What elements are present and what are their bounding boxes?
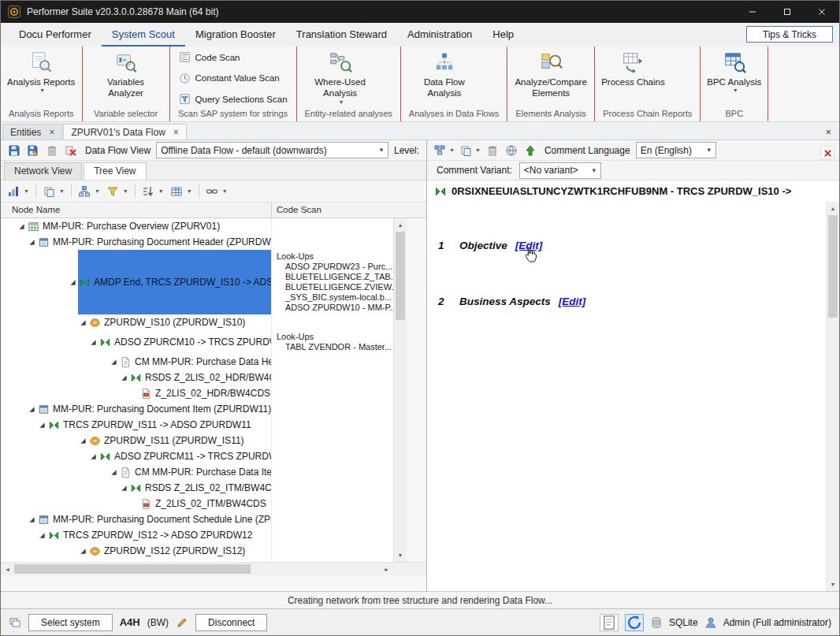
scroll-down-icon[interactable]: ▼ <box>394 549 407 562</box>
twisty-expanded-icon[interactable] <box>78 319 88 326</box>
twisty-expanded-icon[interactable] <box>37 422 47 429</box>
tree-node[interactable]: RSDS Z_2LIS_02_HDR/BW4CDS -> A <box>129 370 271 385</box>
twisty-expanded-icon[interactable] <box>37 532 47 539</box>
tree-node[interactable]: TRCS ZPURDW_IS11 -> ADSO ZPURDW11 <box>47 417 271 433</box>
toolbar-button-save-as[interactable] <box>24 142 42 159</box>
close-button[interactable] <box>805 1 839 23</box>
tree-toolbar-button-filter[interactable]: ▼ <box>104 184 131 199</box>
tree-node[interactable]: ADSO ZPURCM10 -> TRCS ZPURDW_IS10 <box>98 330 271 354</box>
scroll-left-icon[interactable]: ◄ <box>1 563 14 575</box>
ribbon-tab-translation-steward[interactable]: Translation Steward <box>286 23 397 46</box>
twisty-expanded-icon[interactable] <box>17 223 27 230</box>
comment-variant-select[interactable]: <No variant> ▼ <box>519 162 601 179</box>
scrollbar-thumb[interactable] <box>396 232 405 320</box>
ribbon-button-code-scan[interactable]: Code Scan <box>177 50 289 64</box>
tree-node[interactable]: ZPURDW_IS10 (ZPURDW_IS10) <box>88 314 271 330</box>
comment-scrollbar[interactable]: ▲ ▼ <box>826 202 839 591</box>
ribbon-button-analyze-compare-elements[interactable]: Analyze/Compare Elements <box>511 49 590 101</box>
close-tab-icon[interactable]: × <box>49 127 54 138</box>
scrollbar-track[interactable] <box>14 563 380 575</box>
ribbon-button-bpc-analysis[interactable]: BPC Analysis▼ <box>704 49 764 96</box>
tree-toolbar-button-link[interactable]: ▼ <box>203 184 230 199</box>
tree-node[interactable]: Z_2LIS_02_ITM/BW4CDS <box>139 496 271 511</box>
tree-node[interactable]: CM MM-PUR: Purchase Data Header (2LIS <box>119 354 271 370</box>
tree-node[interactable]: MM-PUR: Purchase Overview (ZPURV01) <box>27 218 271 234</box>
sync-button[interactable] <box>625 614 644 631</box>
minimize-button[interactable] <box>735 1 770 23</box>
tree-node[interactable]: MM-PUR: Purchasing Document Header (ZPUR… <box>37 234 271 250</box>
disconnect-button[interactable]: Disconnect <box>195 614 267 631</box>
twisty-expanded-icon[interactable] <box>88 453 98 460</box>
tree-node[interactable]: ADSO ZPURCM11 -> TRCS ZPURDW_IS11 <box>98 448 271 464</box>
ribbon-button-data-flow-analysis[interactable]: Data Flow Analysis <box>405 49 484 101</box>
view-tab-network-view[interactable]: Network View <box>4 162 82 180</box>
twisty-expanded-icon[interactable] <box>109 469 119 476</box>
doc-tab-zpurv01-s-data-flow[interactable]: ZPURV01's Data Flow× <box>63 124 186 139</box>
ribbon-tab-docu-performer[interactable]: Docu Performer <box>9 23 102 46</box>
tree-node[interactable]: Z_2LIS_02_HDR/BW4CDS <box>139 385 271 401</box>
twisty-expanded-icon[interactable] <box>27 406 37 413</box>
tree-toolbar-button-table[interactable]: ▼ <box>168 184 195 199</box>
scrollbar-thumb[interactable] <box>14 564 251 574</box>
tips-and-tricks-button[interactable]: Tips & Tricks <box>746 26 833 43</box>
tree-node[interactable]: CM MM-PUR: Purchase Data Item (2LIS <box>119 464 271 480</box>
ribbon-button-where-used-analysis[interactable]: Where-Used Analysis▼ <box>301 49 380 108</box>
toolbar-button-upload-green[interactable] <box>522 142 539 159</box>
tree-toolbar-button-copy[interactable]: ▼ <box>40 184 67 199</box>
twisty-expanded-icon[interactable] <box>27 516 37 523</box>
maximize-button[interactable] <box>770 1 805 23</box>
scroll-up-icon[interactable]: ▲ <box>394 218 407 232</box>
toolbar-button-diagram-export[interactable]: ▼ <box>432 142 456 159</box>
twisty-expanded-icon[interactable] <box>27 239 37 246</box>
edit-connection-pencil-icon[interactable] <box>176 616 188 629</box>
tree-vertical-scrollbar[interactable]: ▲ ▼ <box>393 218 407 562</box>
toolbar-button-copy-layers[interactable]: ▼ <box>458 142 482 159</box>
column-header-node-name[interactable]: Node Name <box>1 203 272 218</box>
tree-node[interactable]: AMDP End, TRCS ZPURDW_IS10 -> ADSO ZPURD… <box>78 250 271 314</box>
toolbar-button-delete-red[interactable] <box>62 142 80 159</box>
ribbon-button-variables-analyzer[interactable]: Variables Analyzer <box>87 49 165 101</box>
select-system-button[interactable]: Select system <box>28 614 113 631</box>
twisty-expanded-icon[interactable] <box>119 485 129 492</box>
comment-language-select[interactable]: En (English) ▼ <box>636 142 716 158</box>
scroll-up-icon[interactable]: ▲ <box>827 202 839 215</box>
ribbon-tab-system-scout[interactable]: System Scout <box>102 23 185 46</box>
tree-horizontal-scrollbar[interactable]: ◄ ► <box>1 562 393 575</box>
report-button[interactable] <box>600 614 619 631</box>
twisty-expanded-icon[interactable] <box>68 279 78 286</box>
close-comment-pane-button[interactable] <box>820 146 834 160</box>
ribbon-button-process-chains[interactable]: Process Chains <box>599 49 667 89</box>
edit-link[interactable]: [Edit] <box>559 296 586 307</box>
tree-node[interactable]: TRCS ZPURDW_IS12 -> ADSO ZPURDW12 <box>47 527 271 543</box>
column-header-code-scan[interactable]: Code Scan <box>272 203 426 218</box>
ribbon-button-analysis-reports[interactable]: Analysis Reports▼ <box>5 49 77 96</box>
ribbon-tab-help[interactable]: Help <box>482 23 524 46</box>
toolbar-button-delete-gray[interactable] <box>43 142 61 159</box>
ribbon-tab-migration-booster[interactable]: Migration Booster <box>185 23 286 46</box>
twisty-expanded-icon[interactable] <box>78 437 88 444</box>
ribbon-button-constant-value-scan[interactable]: Constant Value Scan <box>177 72 289 85</box>
tree-node[interactable]: ZPURDW_IS12 (ZPURDW_IS12) <box>88 543 271 559</box>
ribbon-tab-administration[interactable]: Administration <box>397 23 482 46</box>
toolbar-button-save[interactable] <box>6 142 23 159</box>
data-flow-view-select[interactable]: Offline Data Flow - default (downwards) … <box>156 142 388 158</box>
scroll-down-icon[interactable]: ▼ <box>827 578 839 591</box>
close-tab-icon[interactable]: × <box>173 127 179 138</box>
doc-tab-entities[interactable]: Entities× <box>2 124 62 139</box>
scrollbar-track[interactable] <box>394 232 407 549</box>
close-document-icon[interactable]: × <box>825 126 831 138</box>
scrollbar-track[interactable] <box>827 215 839 578</box>
twisty-expanded-icon[interactable] <box>109 359 119 366</box>
view-tab-tree-view[interactable]: Tree View <box>84 162 146 180</box>
tree-node[interactable]: MM-PUR: Purchasing Document Item (ZPURDW… <box>37 401 271 417</box>
tree-node[interactable]: RSDS Z_2LIS_02_ITM/BW4CDS -> A <box>129 480 271 496</box>
tree-node[interactable]: MM-PUR: Purchasing Document Schedule Lin… <box>37 511 271 527</box>
tree-toolbar-button-hierarchy-small[interactable]: ▼ <box>76 184 102 199</box>
tree-toolbar-button-chart[interactable]: ▼ <box>5 184 32 199</box>
scrollbar-thumb[interactable] <box>828 215 838 318</box>
ribbon-button-query-selections-scan[interactable]: Query Selections Scan <box>177 92 289 106</box>
toolbar-button-trash[interactable] <box>484 142 501 159</box>
tree-node[interactable]: ZPURDW_IS11 (ZPURDW_IS11) <box>88 433 271 448</box>
twisty-expanded-icon[interactable] <box>78 548 88 555</box>
twisty-expanded-icon[interactable] <box>88 339 98 346</box>
